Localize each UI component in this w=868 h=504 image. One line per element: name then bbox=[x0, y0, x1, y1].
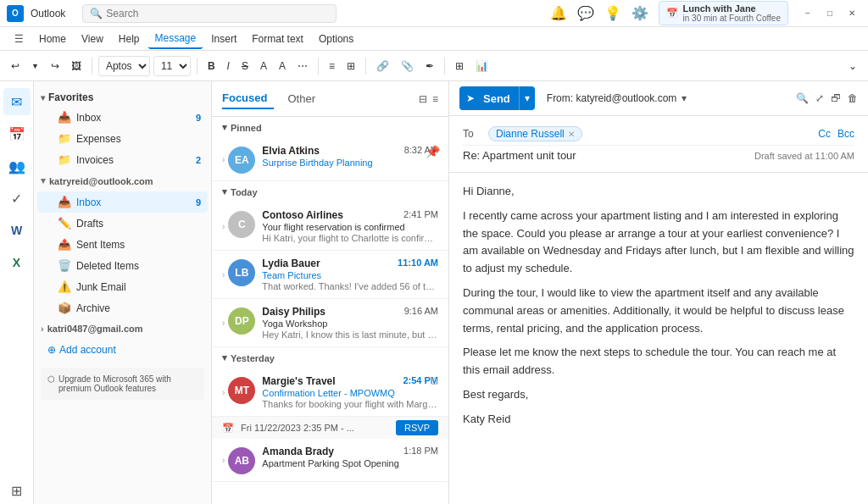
email-list-panel: Focused Other ⊟ ≡ ▾ Pinned › EA Elvia At… bbox=[212, 81, 449, 504]
menu-options[interactable]: Options bbox=[312, 30, 360, 48]
fav-inbox[interactable]: 📥 Inbox 9 bbox=[37, 107, 208, 128]
sender-margie: Margie's Travel bbox=[262, 375, 335, 387]
people-icon-btn[interactable]: 👥 bbox=[3, 152, 31, 180]
tab-other[interactable]: Other bbox=[281, 89, 322, 108]
upgrade-box[interactable]: ⬡ Upgrade to Microsoft 365 with premium … bbox=[41, 368, 204, 400]
expand-compose-icon[interactable]: ⤢ bbox=[815, 92, 824, 104]
list-button[interactable]: ≡ bbox=[325, 58, 339, 75]
menu-format-text[interactable]: Format text bbox=[245, 30, 310, 48]
from-dropdown-icon[interactable]: ▾ bbox=[682, 92, 687, 104]
add-account[interactable]: ⊕ Add account bbox=[34, 339, 211, 361]
email-elvia[interactable]: › EA Elvia Atkins 8:32 AM Surprise Birth… bbox=[212, 138, 448, 181]
redo-button[interactable]: ↪ bbox=[47, 58, 64, 75]
favorites-chevron: ▾ bbox=[41, 93, 45, 102]
favorites-header[interactable]: ▾ Favorites bbox=[34, 88, 211, 107]
tab-focused[interactable]: Focused bbox=[222, 88, 274, 109]
signature-button[interactable]: ✒ bbox=[421, 58, 438, 75]
undo-button[interactable]: ↩ bbox=[7, 58, 24, 75]
group-today-label: Today bbox=[231, 187, 258, 197]
subject-row: Re: Apartment unit tour Draft saved at 1… bbox=[463, 146, 854, 165]
avatar-amanda: AB bbox=[228, 447, 255, 474]
fav-expenses[interactable]: 📁 Expenses bbox=[37, 128, 208, 149]
tasks-icon-btn[interactable]: ✓ bbox=[3, 185, 31, 212]
font-color-button[interactable]: A bbox=[275, 58, 290, 75]
menu-message[interactable]: Message bbox=[148, 29, 203, 49]
send-label[interactable]: Send bbox=[475, 92, 519, 105]
fav-invoices[interactable]: 📁 Invoices 2 bbox=[37, 149, 208, 170]
compose-from[interactable]: From: katyreid@outlook.com bbox=[547, 92, 677, 104]
fav-invoices-label: Invoices bbox=[76, 154, 114, 166]
font-name-select[interactable]: Aptos bbox=[98, 56, 150, 76]
remove-recipient-icon[interactable]: ✕ bbox=[568, 130, 575, 139]
split-view-icon[interactable]: ⊟ bbox=[419, 93, 427, 105]
italic-button[interactable]: I bbox=[223, 58, 234, 75]
bcc-button[interactable]: Bcc bbox=[837, 128, 854, 140]
format-button[interactable]: 🖼 bbox=[67, 58, 86, 75]
gmail-account-header[interactable]: › katri0487@gmail.com bbox=[34, 318, 211, 339]
account-drafts[interactable]: ✏️ Drafts bbox=[37, 213, 208, 234]
menu-home[interactable]: Home bbox=[32, 30, 73, 48]
bulb-icon[interactable]: 💡 bbox=[604, 5, 621, 21]
outlook-account-header[interactable]: ▾ katryreid@outlook.com bbox=[34, 170, 211, 191]
group-yesterday-label: Yesterday bbox=[231, 353, 275, 363]
expand-button[interactable]: ⌄ bbox=[844, 58, 861, 75]
group-today[interactable]: ▾ Today bbox=[212, 181, 448, 202]
rsvp-button[interactable]: RSVP bbox=[396, 420, 438, 435]
account-deleted[interactable]: 🗑️ Deleted Items bbox=[37, 255, 208, 276]
reminder-box[interactable]: 📅 Lunch with Jane in 30 min at Fourth Co… bbox=[659, 1, 788, 25]
word-icon-btn[interactable]: W bbox=[3, 217, 31, 244]
bold-button[interactable]: B bbox=[203, 58, 220, 75]
minimize-button[interactable]: − bbox=[798, 4, 817, 23]
chat-icon[interactable]: 💬 bbox=[577, 5, 594, 21]
table-button[interactable]: ⊞ bbox=[451, 58, 468, 75]
compose-body[interactable]: Hi Dianne, I recently came across your a… bbox=[449, 173, 868, 504]
cc-button[interactable]: Cc bbox=[818, 128, 831, 140]
subject-amanda: Apartment Parking Spot Opening bbox=[262, 458, 438, 468]
link-button[interactable]: 🔗 bbox=[372, 58, 393, 75]
email-daisy[interactable]: › DP Daisy Philips 9:16 AM Yoga Workshop… bbox=[212, 299, 448, 347]
menu-insert[interactable]: Insert bbox=[204, 30, 243, 48]
recipient-chip[interactable]: Dianne Russell ✕ bbox=[488, 126, 582, 141]
attach-button[interactable]: 📎 bbox=[397, 58, 418, 75]
email-amanda[interactable]: › AB Amanda Brady 1:18 PM Apartment Park… bbox=[212, 439, 448, 482]
menu-help[interactable]: Help bbox=[112, 30, 147, 48]
hamburger-menu[interactable]: ☰ bbox=[7, 27, 31, 51]
close-button[interactable]: ✕ bbox=[843, 4, 861, 23]
account-inbox[interactable]: 📥 Inbox 9 bbox=[37, 191, 208, 213]
filter-icon[interactable]: ≡ bbox=[432, 93, 438, 105]
group-pinned[interactable]: ▾ Pinned bbox=[212, 117, 448, 138]
email-lydia[interactable]: › LB Lydia Bauer 11:10 AM Team Pictures … bbox=[212, 251, 448, 299]
settings-icon[interactable]: ⚙️ bbox=[632, 5, 648, 21]
excel-icon-btn[interactable]: X bbox=[3, 249, 31, 276]
undo-dropdown[interactable]: ▼ bbox=[27, 59, 43, 73]
sender-daisy: Daisy Philips bbox=[262, 306, 326, 318]
email-margie[interactable]: › MT Margie's Travel 2:54 PM Confirmatio… bbox=[212, 368, 448, 416]
calendar-icon-btn[interactable]: 📅 bbox=[3, 120, 31, 147]
account-archive[interactable]: 📦 Archive bbox=[37, 297, 208, 318]
send-dropdown[interactable]: ▾ bbox=[519, 86, 535, 110]
font-size-select[interactable]: 11 bbox=[153, 56, 191, 76]
subject-elvia: Surprise Birthday Planning bbox=[262, 158, 438, 168]
delete-compose-icon[interactable]: 🗑 bbox=[848, 92, 858, 104]
account-sent[interactable]: 📤 Sent Items bbox=[37, 234, 208, 255]
notification-icon[interactable]: 🔔 bbox=[550, 5, 567, 21]
zoom-icon[interactable]: 🔍 bbox=[796, 92, 809, 104]
chart-button[interactable]: 📊 bbox=[471, 58, 492, 75]
more-button[interactable]: ⋯ bbox=[293, 58, 312, 75]
indent-button[interactable]: ⊞ bbox=[342, 58, 359, 75]
maximize-button[interactable]: □ bbox=[821, 4, 839, 23]
popout-icon[interactable]: 🗗 bbox=[831, 92, 841, 104]
search-input[interactable] bbox=[106, 8, 329, 19]
group-yesterday[interactable]: ▾ Yesterday bbox=[212, 347, 448, 368]
copy-icon: 🗋 bbox=[430, 375, 440, 387]
search-bar[interactable]: 🔍 bbox=[82, 4, 337, 23]
apps-icon-btn[interactable]: ⊞ bbox=[3, 477, 31, 504]
highlight-button[interactable]: A bbox=[256, 58, 271, 75]
mail-icon-btn[interactable]: ✉ bbox=[3, 88, 31, 115]
nav-panel: ▾ Favorites 📥 Inbox 9 📁 Expenses 📁 Invoi… bbox=[34, 81, 212, 504]
account-junk[interactable]: ⚠️ Junk Email bbox=[37, 276, 208, 297]
menu-view[interactable]: View bbox=[75, 30, 110, 48]
email-contoso[interactable]: › C Contoso Airlines 2:41 PM Your flight… bbox=[212, 202, 448, 251]
strikethrough-button[interactable]: S bbox=[237, 58, 253, 75]
body-greeting: Hi Dianne, bbox=[463, 183, 854, 201]
